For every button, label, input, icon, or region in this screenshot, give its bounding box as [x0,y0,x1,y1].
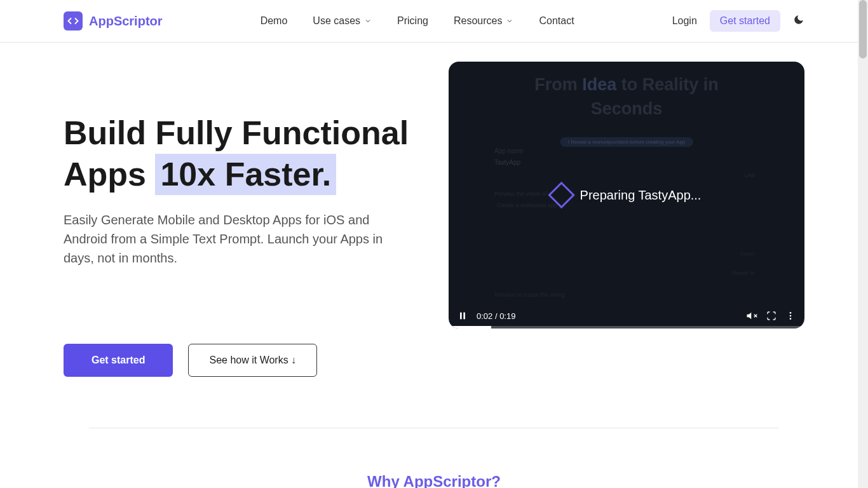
video-menu-button[interactable] [785,311,796,321]
hero-get-started-button[interactable]: Get started [64,344,173,377]
nav-contact[interactable]: Contact [539,15,574,27]
mute-button[interactable] [746,310,757,322]
see-how-it-works-button[interactable]: See how it Works ↓ [188,344,317,377]
nav-label: Use cases [313,15,360,27]
theme-toggle[interactable] [793,14,804,29]
video-bottom-text: Preview or create the wiring [494,292,565,298]
moon-icon [793,14,804,25]
logo-text: AppScriptor [89,14,163,29]
hero-content: Build Fully Functional Apps 10x Faster. … [64,62,410,377]
nav-label: Demo [261,15,288,27]
video-overlay: Preparing TastyApp... [552,186,702,205]
main-nav: Demo Use cases Pricing Resources Contact [261,15,574,27]
video-side1: Colors [740,251,755,257]
scrollbar-thumb[interactable] [859,0,867,58]
header: AppScriptor Demo Use cases Pricing Resou… [0,0,868,43]
video-form-describe: Preview the vision of e [494,191,552,197]
logo-icon [64,11,83,30]
svg-rect-1 [463,313,465,320]
nav-label: Resources [454,15,502,27]
nav-label: Contact [539,15,574,27]
svg-rect-0 [460,313,462,320]
more-vertical-icon [785,311,796,321]
video-progress-fill [449,326,491,329]
nav-pricing[interactable]: Pricing [397,15,428,27]
video-progress[interactable] [449,326,804,329]
hero-title-highlight: 10x Faster. [155,154,336,195]
divider [89,428,779,428]
pause-icon [458,311,468,321]
video-form-input: TastyApp [494,159,520,166]
video-side2: Default Yo [732,270,755,276]
nav-label: Pricing [397,15,428,27]
hero-title-line1: Build Fully Functional [64,114,409,151]
logo[interactable]: AppScriptor [64,11,163,30]
spinner-icon [548,182,574,208]
hero-title: Build Fully Functional Apps 10x Faster. [64,112,410,195]
hero-buttons: Get started See how it Works ↓ [64,344,410,377]
video-form-label: App name [494,147,524,154]
video-controls: 0:02 / 0:19 [449,303,804,329]
nav-use-cases[interactable]: Use cases [313,15,372,27]
preparing-text: Preparing TastyApp... [580,188,702,203]
hero-subtitle: Easily Generate Mobile and Desktop Apps … [64,210,410,268]
volume-muted-icon [746,310,757,322]
video-time: 0:02 / 0:19 [477,311,515,321]
hero-section: Build Fully Functional Apps 10x Faster. … [0,43,868,428]
pause-button[interactable] [458,311,468,321]
why-section-title: Why AppScriptor? [0,473,868,488]
chevron-down-icon [364,17,372,25]
svg-point-6 [790,315,792,317]
video-pill: I Reveal a monorepo/client before creati… [560,137,693,147]
nav-resources[interactable]: Resources [454,15,513,27]
login-link[interactable]: Login [672,15,697,27]
video-form-unit: Unit [745,172,755,179]
scrollbar[interactable] [858,0,868,488]
chevron-down-icon [506,17,513,25]
hero-title-pre: Apps [64,156,155,193]
svg-point-5 [790,312,792,314]
video-bg-title: From Idea to Reality in Seconds [449,73,804,121]
svg-point-7 [790,318,792,320]
fullscreen-icon [766,311,776,321]
get-started-button[interactable]: Get started [710,10,780,32]
nav-demo[interactable]: Demo [261,15,288,27]
svg-marker-2 [747,313,752,320]
fullscreen-button[interactable] [766,311,776,321]
header-actions: Login Get started [672,10,804,32]
video-form-content: Create a restaurant app [497,202,557,208]
demo-video[interactable]: From Idea to Reality in Seconds I Reveal… [449,62,804,329]
